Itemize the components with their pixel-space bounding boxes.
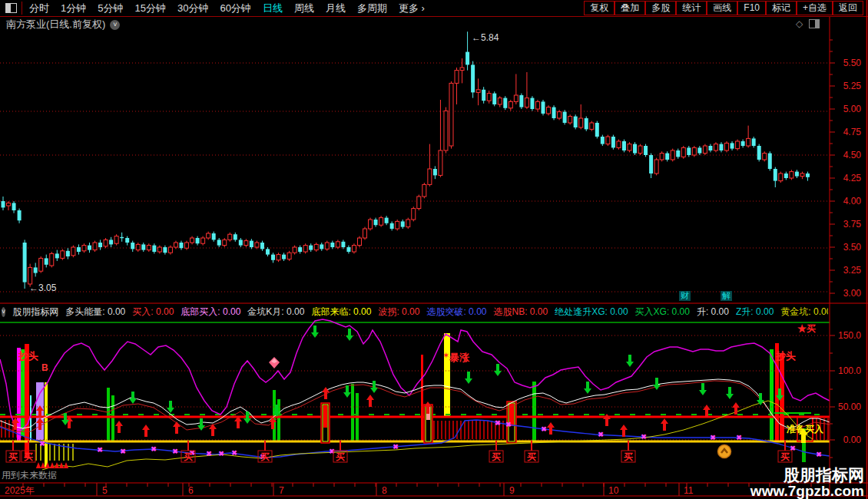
candle <box>585 118 588 129</box>
candle <box>325 243 329 249</box>
candle <box>293 247 297 253</box>
indicator-axis-label: 0.00 <box>843 435 862 445</box>
candle <box>131 243 134 249</box>
candle <box>93 243 97 250</box>
candle <box>98 243 102 247</box>
period-tab-分时[interactable]: 分时 <box>29 2 49 15</box>
indicator-field-选股突破: 选股突破: 0.00 <box>426 306 486 318</box>
window-icon[interactable] <box>809 19 820 28</box>
buy-signal-label: 买 <box>336 451 345 462</box>
indicator-axis-label: 50.00 <box>838 402 861 412</box>
candle <box>287 253 291 259</box>
magenta-x-marker: ✖ <box>816 451 822 458</box>
candle <box>492 94 496 104</box>
toolbar-button-F10[interactable]: F10 <box>737 1 766 15</box>
candle <box>790 172 793 178</box>
watermark-site-name: 股朋指标网 <box>750 467 864 483</box>
candle <box>519 95 523 107</box>
candle <box>217 240 221 245</box>
period-tab-30分钟[interactable]: 30分钟 <box>177 2 208 15</box>
price-axis-label: 3.00 <box>843 288 862 299</box>
toolbar-button-统计[interactable]: 统计 <box>676 1 707 15</box>
candle <box>352 246 356 252</box>
candle <box>374 220 378 225</box>
magenta-x-marker: ✖ <box>541 425 547 433</box>
period-tabs: 分时1分钟5分钟15分钟30分钟60分钟日线周线月线多周期更多 › <box>29 2 425 15</box>
magenta-x-marker: ✖ <box>120 448 126 455</box>
period-tab-多周期[interactable]: 多周期 <box>357 2 387 15</box>
indicator-field-买入: 买入: 0.00 <box>132 306 174 318</box>
diamond-icon[interactable]: ◇ <box>796 18 803 29</box>
green-down-arrow <box>311 326 319 338</box>
price-axis-label: 5.00 <box>843 104 862 114</box>
toolbar-button-复权[interactable]: 复权 <box>584 1 615 15</box>
candle <box>665 154 669 160</box>
small-red-arrow <box>36 462 41 468</box>
candle <box>168 247 172 253</box>
candle <box>179 243 183 248</box>
toolbar-button-+自选[interactable]: +自选 <box>797 1 833 15</box>
chevron-down-icon[interactable]: ˅ <box>110 20 120 30</box>
indicator-field-黄金坑: 黄金坑: 0.00 <box>780 306 828 318</box>
period-tab-日线[interactable]: 日线 <box>263 2 283 15</box>
candle <box>212 233 216 240</box>
candle <box>141 244 145 250</box>
indicator-annotation: ★买 <box>797 323 816 334</box>
future-data-notice: 用到未来数据 <box>2 469 57 482</box>
indicator-field-Z升: Z升: 0.00 <box>736 306 774 318</box>
watermark-site-url: www.7gpzb.com <box>750 484 864 498</box>
badge-jie[interactable]: 解 <box>721 291 732 301</box>
period-tab-5分钟[interactable]: 5分钟 <box>98 2 123 15</box>
small-red-arrow <box>50 462 55 468</box>
candle <box>482 90 485 101</box>
period-tab-15分钟[interactable]: 15分钟 <box>134 2 165 15</box>
candle <box>396 221 399 229</box>
candle <box>455 71 459 84</box>
month-label: 10 <box>608 485 619 496</box>
toolbar-button-标记[interactable]: 标记 <box>766 1 797 15</box>
candle <box>628 144 631 150</box>
candle <box>697 147 701 153</box>
buy-signal-label: 买 <box>527 451 536 462</box>
toolbar-button-画线[interactable]: 画线 <box>707 1 737 15</box>
toolbar-button-返回[interactable]: 返回 <box>833 1 863 15</box>
candle <box>595 123 599 137</box>
indicator-annotation: 暴涨 <box>449 352 470 363</box>
candle <box>244 241 248 246</box>
candle <box>45 258 48 264</box>
candle <box>309 246 313 250</box>
period-tab-周线[interactable]: 周线 <box>294 2 314 15</box>
badge-cai[interactable]: 财 <box>679 291 691 301</box>
candle <box>509 101 512 107</box>
candle <box>460 68 464 71</box>
month-label: 5 <box>102 485 108 496</box>
candle <box>649 155 653 173</box>
red-up-arrow <box>366 395 374 407</box>
candle <box>330 243 334 247</box>
candle <box>277 255 280 260</box>
period-tab-更多 ›[interactable]: 更多 › <box>399 2 425 15</box>
app-window: 5.505.255.004.754.504.254.003.753.503.25… <box>0 0 868 499</box>
layout-split-icon[interactable] <box>5 3 17 13</box>
toolbar-button-多股[interactable]: 多股 <box>645 1 676 15</box>
magenta-x-marker: ✖ <box>710 434 716 441</box>
magenta-x-marker: ✖ <box>39 440 45 448</box>
period-tab-60分钟[interactable]: 60分钟 <box>220 2 250 15</box>
period-tab-1分钟[interactable]: 1分钟 <box>61 2 86 15</box>
magenta-x-marker: ✖ <box>641 433 647 441</box>
magenta-x-marker: ✖ <box>206 450 212 458</box>
candle <box>774 169 777 181</box>
candle <box>558 112 562 118</box>
candle <box>681 147 685 157</box>
month-label: 6 <box>188 485 194 496</box>
green-down-arrow <box>197 418 205 431</box>
stock-title: 南方泵业(日线.前复权) <box>6 18 105 31</box>
chart-canvas[interactable]: 5.505.255.004.754.504.254.003.753.503.25… <box>0 0 868 499</box>
toolbar-button-叠加[interactable]: 叠加 <box>615 1 645 15</box>
collapse-indicator-icon[interactable]: ˅ <box>2 307 5 317</box>
candle <box>314 244 318 250</box>
period-tab-月线[interactable]: 月线 <box>326 2 346 15</box>
magenta-x-marker: ✖ <box>329 448 335 455</box>
green-down-arrow <box>584 382 591 394</box>
price-axis-label: 5.50 <box>843 58 862 68</box>
